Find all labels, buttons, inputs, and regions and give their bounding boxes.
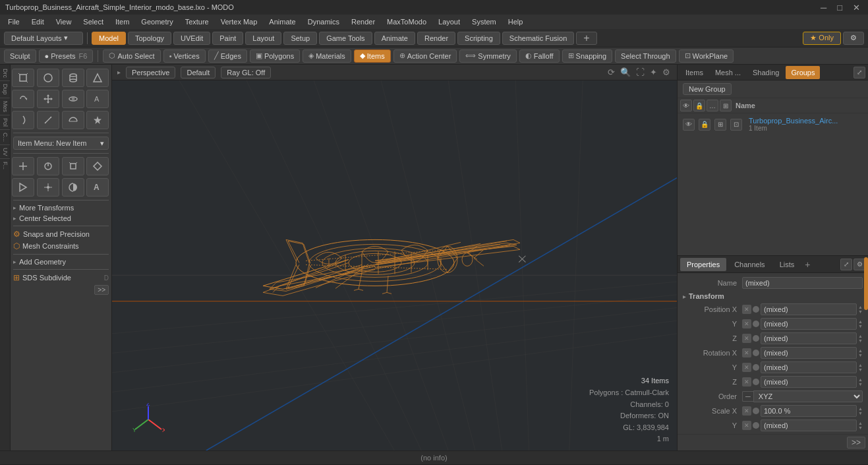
prop-rot-x-up[interactable]: ▲ — [858, 348, 863, 353]
sculpt-button[interactable]: Sculpt — [4, 49, 36, 63]
more-ctrl-btn[interactable]: … — [707, 100, 718, 111]
prop-rot-z-down[interactable]: ▼ — [858, 382, 863, 387]
tool-bend[interactable] — [12, 111, 34, 129]
prop-rot-y-down[interactable]: ▼ — [858, 367, 863, 372]
tab-shading[interactable]: Shading — [747, 66, 784, 79]
prop-pos-z-down[interactable]: ▼ — [858, 338, 863, 343]
tab-uvedit[interactable]: UVEdit — [173, 32, 210, 45]
lock-ctrl-btn[interactable]: 🔒 — [693, 100, 705, 111]
tool-cylinder[interactable] — [62, 69, 84, 87]
prop-rot-z-value[interactable]: (mixed) — [761, 376, 857, 388]
auto-select-button[interactable]: ⬡ Auto Select — [103, 49, 160, 63]
prop-rot-y-up[interactable]: ▲ — [858, 363, 863, 367]
group-lock-btn[interactable]: 🔒 — [699, 119, 710, 131]
viewport-fit-icon[interactable]: ⛶ — [635, 67, 646, 77]
prop-scale-x-down[interactable]: ▼ — [858, 411, 863, 416]
prop-scale-x-up[interactable]: ▲ — [858, 406, 863, 411]
viewport-canvas[interactable]: 34 Items Polygons : Catmull-Clark Channe… — [112, 80, 677, 450]
menu-system[interactable]: System — [467, 16, 502, 27]
prop-scale-y-down[interactable]: ▼ — [858, 425, 863, 430]
settings-button[interactable]: ⚙ — [843, 32, 864, 45]
materials-button[interactable]: ◈ Materials — [303, 49, 351, 63]
sidebar-strip-label-1[interactable]: Drc — [1, 67, 10, 79]
tab-schematic[interactable]: Schematic Fusion — [502, 32, 574, 45]
tool-triangle[interactable] — [86, 69, 109, 87]
items-button[interactable]: ◆ Items — [354, 49, 391, 63]
prop-rot-x-value[interactable]: (mixed) — [761, 347, 857, 359]
sidebar-strip-label-7[interactable]: F... — [1, 160, 10, 171]
symmetry-button[interactable]: ⟺ Symmetry — [459, 49, 517, 63]
center-selected-item[interactable]: ▸ Center Selected — [11, 213, 111, 224]
prop-pos-y-down[interactable]: ▼ — [858, 324, 863, 328]
tab-model[interactable]: Model — [92, 32, 126, 45]
mesh-constraints-item[interactable]: ⬡ Mesh Constraints — [11, 240, 111, 252]
tab-animate[interactable]: Animate — [374, 32, 415, 45]
prop-pos-z-up[interactable]: ▲ — [858, 334, 863, 338]
tab-groups[interactable]: Groups — [786, 66, 820, 79]
expand-arrow-btn[interactable]: >> — [94, 285, 109, 295]
new-group-button[interactable]: New Group — [683, 83, 732, 95]
tool-free-move[interactable] — [37, 178, 59, 197]
prop-pos-x-value[interactable]: (mixed) — [761, 303, 857, 315]
sidebar-strip-label-2[interactable]: Dup — [1, 82, 10, 96]
props-expand-btn[interactable]: ⤢ — [840, 259, 852, 270]
menu-help[interactable]: Help — [503, 16, 529, 27]
viewport-rotate-icon[interactable]: ⟳ — [606, 67, 616, 77]
prop-pos-y-up[interactable]: ▲ — [858, 319, 863, 324]
tool-scale2[interactable] — [62, 157, 84, 175]
props-tab-channels[interactable]: Channels — [728, 258, 771, 271]
tool-select[interactable] — [12, 178, 34, 197]
tool-text2[interactable]: A — [86, 178, 109, 197]
menu-render[interactable]: Render — [346, 16, 380, 27]
eye-ctrl-btn[interactable]: 👁 — [680, 100, 692, 111]
tool-torus[interactable] — [62, 90, 84, 108]
minimize-button[interactable]: ─ — [818, 3, 829, 13]
prop-scale-x-value[interactable]: 100.0 % — [761, 405, 857, 417]
menu-file[interactable]: File — [3, 16, 25, 27]
sidebar-strip-label-3[interactable]: Mes — [1, 100, 10, 113]
prop-rot-y-value[interactable]: (mixed) — [761, 361, 857, 373]
tab-setup[interactable]: Setup — [283, 32, 317, 45]
tab-layout[interactable]: Layout — [245, 32, 281, 45]
menu-item[interactable]: Item — [110, 16, 134, 27]
menu-maxtomodo[interactable]: MaxToModo — [382, 16, 432, 27]
item-menu-dropdown[interactable]: Item Menu: New Item ▾ — [13, 137, 109, 150]
perspective-button[interactable]: Perspective — [126, 67, 175, 78]
menu-texture[interactable]: Texture — [180, 16, 214, 27]
group-more-btn[interactable]: ⊞ — [714, 119, 726, 131]
tab-mesh[interactable]: Mesh ... — [710, 66, 746, 79]
falloff-button[interactable]: ◐ Falloff — [519, 49, 560, 63]
snaps-precision-item[interactable]: ⚙ Snaps and Precision — [11, 228, 111, 240]
order-select[interactable]: XYZ — [753, 390, 863, 402]
tab-gametools[interactable]: Game Tools — [319, 32, 372, 45]
tool-half[interactable] — [62, 178, 84, 197]
edges-button[interactable]: ╱ Edges — [208, 49, 247, 63]
presets-button[interactable]: ● Presets F6 — [39, 49, 94, 63]
tool-scale[interactable] — [37, 111, 59, 129]
sds-subdivide-item[interactable]: ⊞ SDS Subdivide D — [11, 272, 111, 284]
prop-pos-x-btn[interactable]: ✕ — [742, 305, 751, 314]
props-tab-lists[interactable]: Lists — [773, 258, 801, 271]
tool-move2[interactable] — [12, 157, 34, 175]
tool-half-sphere[interactable] — [62, 111, 84, 129]
raygl-button[interactable]: Ray GL: Off — [221, 67, 271, 78]
prop-rot-y-btn[interactable]: ✕ — [742, 363, 751, 372]
prop-pos-x-down[interactable]: ▼ — [858, 309, 863, 314]
tab-scripting[interactable]: Scripting — [457, 32, 500, 45]
group-item-row[interactable]: 👁 🔒 ⊞ ⊡ Turboprop_Business_Airc... 1 Ite… — [678, 115, 868, 134]
panel-expand-btn[interactable]: ⤢ — [854, 67, 865, 78]
menu-geometry[interactable]: Geometry — [136, 16, 178, 27]
viewport-zoom-icon[interactable]: 🔍 — [619, 67, 632, 77]
menu-view[interactable]: View — [51, 16, 77, 27]
props-add-tab[interactable]: + — [802, 259, 813, 270]
tab-paint[interactable]: Paint — [212, 32, 243, 45]
vertices-button[interactable]: • Vertices — [163, 49, 206, 63]
viewport-settings-icon[interactable]: ✦ — [649, 67, 658, 77]
footer-arrow-button[interactable]: >> — [847, 437, 865, 449]
viewport-gear-icon[interactable]: ⚙ — [661, 67, 672, 77]
snapping-button[interactable]: ⊞ Snapping — [562, 49, 613, 63]
close-button[interactable]: ✕ — [850, 3, 863, 13]
prop-rot-x-btn[interactable]: ✕ — [742, 348, 751, 357]
prop-pos-y-btn[interactable]: ✕ — [742, 319, 751, 328]
add-geometry-item[interactable]: ▸ Add Geometry — [11, 257, 111, 267]
